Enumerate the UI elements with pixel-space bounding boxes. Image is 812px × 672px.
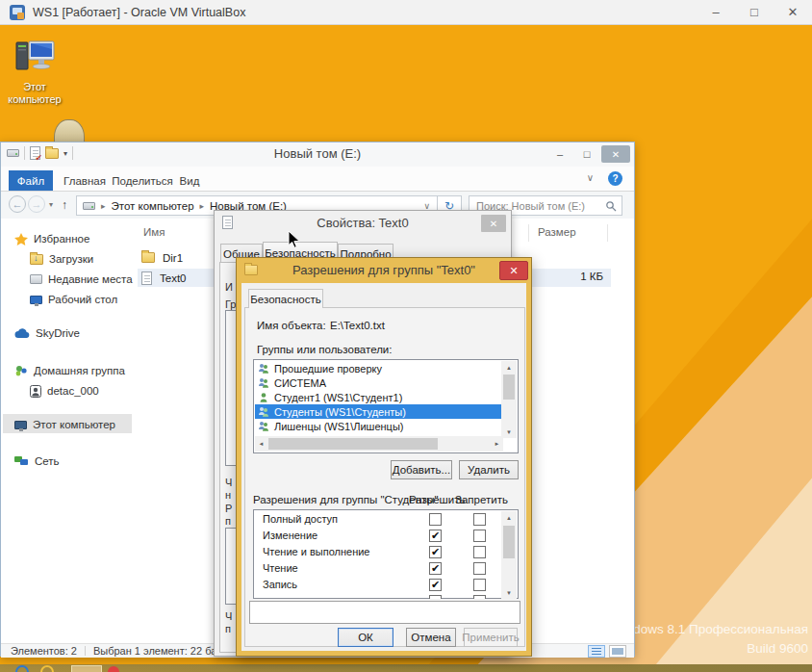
allow-checkbox[interactable]: ✔ (429, 546, 442, 558)
vbox-titlebar: WS1 [Работает] - Oracle VM VirtualBox – … (0, 0, 812, 25)
taskbar-browser-icon[interactable] (15, 665, 29, 672)
permission-row: Запись ✔ (255, 577, 503, 593)
scrollbar-thumb[interactable] (268, 438, 438, 450)
ribbon-collapse-icon[interactable]: ∨ (587, 172, 594, 183)
vbox-maximize-button[interactable]: □ (735, 0, 774, 24)
horizontal-scrollbar[interactable]: ◄ ► (255, 436, 503, 452)
recent-locations-caret-icon[interactable]: ▾ (49, 200, 53, 209)
details-view-button[interactable] (588, 645, 605, 658)
vertical-scrollbar[interactable]: ▲ ▼ (501, 361, 517, 438)
scrollbar-thumb[interactable] (503, 526, 515, 558)
network-icon (14, 456, 29, 467)
taskbar-open-app-button[interactable] (71, 665, 102, 672)
add-button[interactable]: Добавить... (391, 460, 452, 479)
sidebar-item-homegroup[interactable]: Домашняя группа (14, 362, 125, 379)
allow-checkbox[interactable]: ✔ (429, 562, 442, 575)
permissions-close-button[interactable]: ✕ (499, 261, 528, 280)
explorer-maximize-button[interactable]: □ (574, 145, 599, 163)
deny-checkbox[interactable] (473, 546, 486, 558)
deny-checkbox[interactable] (473, 530, 486, 542)
groups-listbox[interactable]: Прошедшие проверку СИСТЕМА Студент1 (WS1… (253, 359, 519, 453)
sidebar-item-skydrive[interactable]: SkyDrive (14, 324, 80, 342)
back-button[interactable]: ← (9, 195, 26, 213)
taskbar-app-icon[interactable] (40, 665, 54, 672)
scrollbar-thumb[interactable] (503, 375, 515, 400)
crumb-separator-icon[interactable]: ▸ (200, 201, 205, 211)
vbox-close-button[interactable]: ✕ (774, 0, 812, 24)
group-icon (258, 421, 269, 432)
sidebar-item-recent-places[interactable]: Недавние места (30, 271, 133, 288)
desktop-icon-this-pc[interactable]: Этот компьютер (4, 39, 65, 106)
apply-button[interactable]: Применить (464, 628, 518, 647)
deny-checkbox[interactable] (473, 595, 486, 599)
permissions-listbox[interactable]: Полный доступ Изменение ✔ Чтение и выпол… (253, 509, 519, 599)
group-item[interactable]: СИСТЕМА (255, 375, 503, 390)
screenshot-root: WS1 [Работает] - Oracle VM VirtualBox – … (0, 0, 812, 672)
explorer-close-button[interactable]: ✕ (601, 145, 630, 163)
search-icon[interactable] (605, 200, 617, 212)
group-item[interactable]: Прошедшие проверку (255, 361, 503, 375)
sidebar-item-this-pc[interactable]: Этот компьютер (14, 416, 115, 433)
group-item[interactable]: Лишенцы (WS1\Лишенцы) (255, 419, 503, 433)
column-divider[interactable] (528, 224, 529, 242)
address-dropdown-icon[interactable]: ∨ (423, 201, 430, 211)
permission-name: Запись (263, 579, 297, 590)
scroll-up-icon[interactable]: ▲ (501, 511, 517, 524)
cancel-button[interactable]: Отмена (406, 628, 456, 647)
properties-close-button[interactable]: ✕ (481, 215, 506, 232)
explorer-window-title: Новый том (E:) (1, 146, 634, 161)
tab-share[interactable]: Поделиться (113, 170, 172, 191)
allow-checkbox[interactable]: ✔ (429, 530, 442, 542)
breadcrumb-this-pc[interactable]: Этот компьютер (112, 200, 194, 212)
vbox-minimize-button[interactable]: – (697, 0, 735, 24)
allow-checkbox[interactable] (429, 513, 442, 526)
file-row-dir1[interactable]: Dir1 (141, 248, 183, 267)
thumbnails-view-button[interactable] (609, 645, 626, 658)
tab-home[interactable]: Главная (61, 170, 109, 191)
crumb-separator-icon[interactable]: ▸ (101, 201, 106, 211)
ok-button[interactable]: ОК (338, 628, 393, 647)
group-item-selected[interactable]: Студенты (WS1\Студенты) (255, 404, 503, 419)
sidebar-item-label: Загрузки (49, 253, 93, 265)
scroll-down-icon[interactable]: ▼ (501, 426, 517, 438)
sidebar-item-downloads[interactable]: ↓ Загрузки (30, 250, 93, 268)
vertical-scrollbar[interactable]: ▲ ▼ (501, 511, 517, 599)
column-header-name[interactable]: Имя (143, 226, 165, 238)
deny-checkbox[interactable] (473, 579, 486, 591)
allow-checkbox[interactable]: ✔ (429, 579, 442, 591)
tab-view[interactable]: Вид (176, 170, 203, 191)
sidebar-item-user[interactable]: detac_000 (30, 382, 99, 400)
allow-checkbox[interactable] (429, 595, 442, 599)
scroll-up-icon[interactable]: ▲ (501, 361, 517, 374)
homegroup-icon (14, 365, 28, 376)
group-item[interactable]: Студент1 (WS1\Студент1) (255, 390, 503, 404)
explorer-minimize-button[interactable]: – (547, 145, 572, 163)
deny-checkbox[interactable] (473, 513, 486, 526)
tab-security[interactable]: Безопасность (248, 289, 323, 308)
windows-watermark-line1: Windows 8.1 Профессиональная (611, 622, 808, 636)
mouse-cursor (288, 230, 301, 249)
scroll-right-icon[interactable]: ► (491, 436, 503, 452)
up-button[interactable]: ↑ (62, 198, 67, 212)
tab-file[interactable]: Файл (9, 170, 53, 191)
help-icon[interactable]: ? (608, 171, 622, 186)
taskbar-strip[interactable] (0, 664, 812, 672)
scroll-down-icon[interactable]: ▼ (501, 586, 517, 599)
computer-icon (13, 39, 57, 77)
column-header-size[interactable]: Размер (538, 226, 576, 238)
forward-button[interactable]: → (28, 195, 45, 213)
scroll-left-icon[interactable]: ◄ (255, 436, 267, 452)
taskbar-red-icon[interactable] (108, 666, 119, 672)
column-divider[interactable] (607, 224, 608, 242)
file-row-text0[interactable]: Text0 (141, 269, 187, 287)
remove-button[interactable]: Удалить (459, 460, 519, 479)
sidebar-item-favorites[interactable]: Избранное (14, 230, 89, 247)
sidebar-item-network[interactable]: Сеть (14, 452, 60, 470)
sidebar-item-desktop[interactable]: Рабочий стол (30, 291, 117, 308)
deny-checkbox[interactable] (473, 562, 486, 575)
permission-name: Полный доступ (263, 513, 338, 525)
background-text-fragment: п (225, 515, 231, 527)
background-text-fragment: п (225, 623, 231, 634)
groups-users-label: Группы или пользователи: (257, 344, 392, 355)
file-size: 1 КБ (520, 271, 603, 282)
